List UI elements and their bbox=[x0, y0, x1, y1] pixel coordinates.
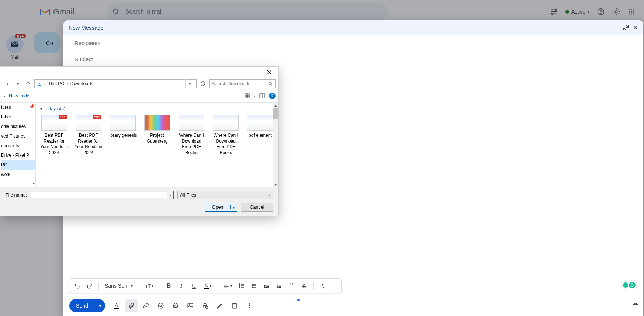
scroll-up-icon[interactable]: ▴ bbox=[273, 103, 278, 108]
help-button[interactable]: ? bbox=[269, 93, 276, 99]
file-item[interactable]: Best PDF Reader for Your Needs in 2024 bbox=[39, 115, 69, 156]
subject-field[interactable] bbox=[69, 51, 638, 67]
indent-less-button[interactable] bbox=[262, 281, 272, 291]
calendar-icon bbox=[231, 302, 238, 309]
filename-combobox[interactable]: ▾ bbox=[31, 191, 174, 199]
support-icon[interactable] bbox=[597, 8, 605, 16]
bulleted-list-button[interactable] bbox=[249, 281, 259, 291]
font-family-select[interactable]: Sans Serif▾ bbox=[103, 283, 135, 289]
open-button[interactable]: Open ▾ bbox=[205, 203, 237, 212]
view-dropdown[interactable]: ▾ bbox=[254, 94, 256, 98]
sidebar-item[interactable]: work bbox=[1, 170, 35, 179]
confidential-mode-button[interactable] bbox=[199, 299, 211, 312]
search-bar[interactable] bbox=[107, 3, 388, 20]
status-chip[interactable]: Active ▾ bbox=[565, 9, 589, 15]
sidebar-item[interactable]: tober bbox=[1, 112, 35, 122]
exit-fullscreen-button[interactable] bbox=[623, 25, 629, 30]
minimize-button[interactable] bbox=[614, 25, 619, 30]
refresh-button[interactable] bbox=[199, 81, 207, 86]
scroll-thumb[interactable] bbox=[273, 108, 278, 119]
sidebar-item[interactable]: ved Pictures bbox=[1, 131, 35, 141]
compose-button[interactable]: Co bbox=[34, 32, 60, 53]
bold-button[interactable]: B bbox=[164, 281, 174, 291]
insert-emoji-button[interactable] bbox=[155, 299, 167, 312]
dialog-close-button[interactable] bbox=[263, 68, 276, 76]
apps-icon[interactable] bbox=[628, 8, 635, 15]
send-more-button[interactable]: ▾ bbox=[95, 303, 105, 309]
insert-link-button[interactable] bbox=[140, 299, 152, 312]
insert-drive-button[interactable] bbox=[169, 299, 182, 312]
expand-icon[interactable]: ▾ bbox=[33, 181, 35, 185]
font-size-button[interactable]: тT ▾ bbox=[143, 281, 156, 291]
schedule-send-button[interactable] bbox=[228, 299, 241, 312]
discard-draft-button[interactable] bbox=[629, 299, 642, 312]
more-options-button[interactable] bbox=[243, 299, 256, 312]
recipients-field[interactable] bbox=[69, 35, 638, 51]
file-group-header[interactable]: ▾ Today (45) bbox=[40, 106, 275, 111]
undo-button[interactable] bbox=[72, 281, 82, 291]
send-button[interactable]: Send ▾ bbox=[69, 299, 105, 312]
italic-button[interactable]: I bbox=[176, 281, 187, 291]
breadcrumb-root[interactable]: This PC bbox=[48, 81, 64, 86]
settings-icon[interactable] bbox=[612, 8, 620, 16]
recipients-input[interactable] bbox=[75, 40, 632, 46]
filename-input[interactable] bbox=[31, 192, 167, 198]
attach-file-button[interactable] bbox=[125, 299, 138, 312]
sidebar-item[interactable]: ofile pictures bbox=[1, 122, 35, 131]
indent-more-button[interactable] bbox=[274, 281, 284, 291]
file-item[interactable]: library genesis bbox=[108, 115, 137, 156]
view-options-button[interactable] bbox=[244, 93, 250, 99]
close-button[interactable] bbox=[633, 25, 638, 30]
organize-dropdown[interactable]: ▾ bbox=[3, 94, 5, 98]
file-item[interactable]: Best PDF Reader for Your Needs in 2024 bbox=[74, 115, 103, 156]
file-type-select[interactable]: All Files ▾ bbox=[177, 191, 273, 199]
mail-app-button[interactable]: 99+ bbox=[6, 35, 24, 53]
open-dropdown[interactable]: ▾ bbox=[230, 205, 237, 209]
dialog-content: ▾ Today (45) Best PDF Reader for Your Ne… bbox=[36, 103, 278, 187]
file-item[interactable]: Where Can I Download Free PDF Books bbox=[211, 115, 240, 156]
new-folder-button[interactable]: New folder bbox=[9, 93, 31, 98]
breadcrumb-folder[interactable]: Downloads bbox=[70, 81, 93, 86]
lock-clock-icon bbox=[202, 302, 208, 309]
file-item[interactable]: Where Can I Download Free PDF Books bbox=[177, 115, 206, 156]
formatting-toggle-button[interactable]: A bbox=[110, 299, 123, 312]
pin-icon[interactable]: 📌 bbox=[29, 104, 35, 109]
update-dot-icon bbox=[297, 299, 300, 301]
search-icon bbox=[112, 8, 120, 15]
cancel-button[interactable]: Cancel bbox=[241, 203, 273, 212]
numbered-list-button[interactable]: 123 bbox=[236, 281, 247, 291]
redo-button[interactable] bbox=[84, 281, 95, 291]
search-input[interactable] bbox=[125, 8, 382, 15]
sidebar-item[interactable]: Drive - Pixel P bbox=[1, 150, 35, 160]
drive-icon bbox=[172, 302, 179, 309]
nav-back-button[interactable]: ◄ bbox=[3, 82, 11, 86]
file-item[interactable]: Project Gutenberg bbox=[142, 115, 172, 156]
sidebar-item[interactable]: PC bbox=[1, 160, 35, 170]
scroll-down-icon[interactable]: ▾ bbox=[273, 182, 278, 187]
strikethrough-button[interactable]: S bbox=[299, 281, 309, 291]
search-options-icon[interactable] bbox=[550, 8, 558, 16]
breadcrumb-history-button[interactable]: ▾ bbox=[185, 79, 194, 88]
nav-up-button[interactable] bbox=[24, 81, 32, 86]
subject-input[interactable] bbox=[75, 56, 632, 62]
breadcrumb-bar[interactable]: › This PC › Downloads ▾ bbox=[34, 79, 197, 88]
grammarly-widget[interactable]: G bbox=[621, 280, 637, 290]
file-item[interactable]: pdf element bbox=[246, 115, 275, 156]
dialog-search[interactable]: Search Downloads bbox=[209, 79, 276, 88]
nav-history-dropdown[interactable]: ▾ bbox=[14, 82, 22, 86]
sidebar-item[interactable]: eenshots bbox=[1, 141, 35, 150]
quote-button[interactable]: ” bbox=[287, 281, 297, 291]
gmail-logo-icon bbox=[40, 8, 50, 16]
align-button[interactable]: ▾ bbox=[222, 281, 234, 291]
file-thumbnail bbox=[41, 115, 67, 131]
text-color-button[interactable]: A▾ bbox=[201, 281, 214, 291]
remove-formatting-button[interactable]: T✕ bbox=[317, 281, 328, 291]
underline-button[interactable]: U bbox=[189, 281, 199, 291]
insert-photo-button[interactable] bbox=[184, 299, 197, 312]
scrollbar[interactable]: ▴ ▾ bbox=[273, 103, 278, 187]
file-thumbnail bbox=[213, 115, 239, 131]
insert-signature-button[interactable] bbox=[214, 299, 226, 312]
image-icon bbox=[187, 302, 194, 309]
preview-pane-button[interactable] bbox=[259, 93, 265, 99]
filename-dropdown[interactable]: ▾ bbox=[167, 191, 173, 199]
